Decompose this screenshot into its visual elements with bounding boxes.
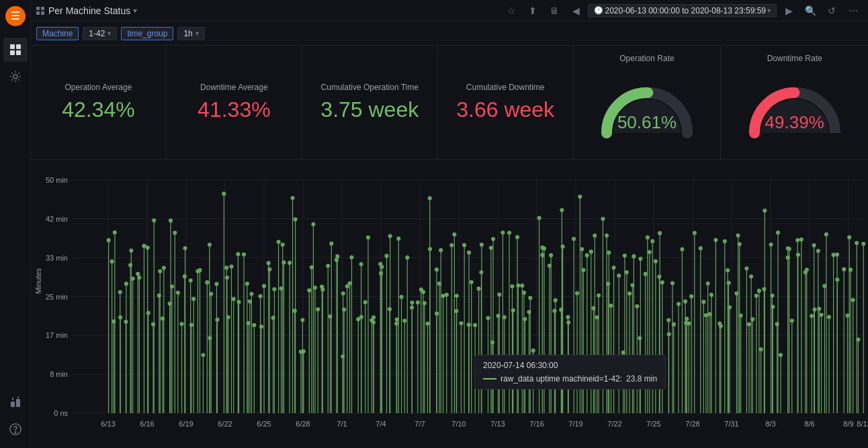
svg-point-429 bbox=[585, 254, 589, 257]
svg-point-279 bbox=[380, 265, 384, 269]
svg-point-611 bbox=[827, 315, 830, 318]
main-content: Per Machine Status ▾ ☆ ⬆ 🖥 ◀ 🕐 2020-06-1… bbox=[31, 0, 868, 448]
grid-icon bbox=[36, 7, 44, 15]
svg-point-607 bbox=[823, 284, 826, 287]
svg-point-603 bbox=[816, 249, 820, 253]
svg-point-99 bbox=[136, 272, 140, 275]
svg-text:6/19: 6/19 bbox=[179, 420, 193, 428]
page-title: Per Machine Status ▾ bbox=[48, 5, 137, 16]
svg-point-127 bbox=[176, 291, 179, 294]
range-filter[interactable]: 1-42 ▾ bbox=[83, 27, 117, 40]
svg-point-133 bbox=[183, 275, 186, 278]
svg-point-359 bbox=[490, 341, 494, 344]
svg-point-393 bbox=[537, 216, 541, 220]
svg-point-225 bbox=[310, 265, 313, 269]
svg-text:6/28: 6/28 bbox=[296, 420, 310, 428]
time-range-selector[interactable]: 🕐 2020-06-13 00:00:00 to 2020-08-13 23:5… bbox=[588, 4, 777, 17]
svg-text:8/9: 8/9 bbox=[843, 420, 853, 428]
svg-point-309 bbox=[423, 302, 426, 305]
interval-filter[interactable]: 1h ▾ bbox=[177, 27, 204, 40]
svg-point-143 bbox=[196, 269, 200, 273]
svg-point-179 bbox=[245, 282, 249, 285]
title-dropdown-icon[interactable]: ▾ bbox=[133, 6, 137, 15]
interval-filter-label: 1h bbox=[183, 29, 192, 38]
svg-point-211 bbox=[291, 196, 294, 199]
gauge-card-operation-rate: Operation Rate 50.61% bbox=[574, 46, 722, 159]
group-filter[interactable]: time_group bbox=[121, 27, 173, 40]
svg-point-313 bbox=[428, 197, 431, 200]
svg-point-529 bbox=[718, 322, 722, 325]
svg-point-385 bbox=[523, 317, 527, 320]
svg-rect-7 bbox=[11, 402, 15, 407]
svg-point-231 bbox=[316, 308, 320, 311]
svg-point-353 bbox=[480, 271, 483, 274]
sidebar-item-help[interactable] bbox=[3, 417, 28, 441]
svg-point-323 bbox=[439, 249, 443, 252]
zoom-out-button[interactable]: 🔍 bbox=[801, 1, 820, 20]
svg-point-515 bbox=[702, 300, 705, 304]
sidebar-item-plugin[interactable] bbox=[3, 390, 28, 414]
downtime-rate-gauge: 49.39% bbox=[741, 66, 849, 140]
nav-back-button[interactable]: ◀ bbox=[566, 1, 585, 20]
svg-point-239 bbox=[330, 242, 333, 245]
share-button[interactable]: ⬆ bbox=[523, 1, 542, 20]
svg-point-497 bbox=[677, 302, 680, 306]
svg-point-373 bbox=[511, 285, 514, 288]
star-button[interactable]: ☆ bbox=[502, 1, 521, 20]
svg-point-439 bbox=[597, 294, 601, 297]
svg-point-459 bbox=[625, 271, 628, 274]
svg-rect-3 bbox=[16, 44, 21, 49]
svg-point-475 bbox=[644, 272, 647, 275]
more-options-button[interactable]: ⋯ bbox=[844, 1, 863, 20]
sidebar-item-settings[interactable] bbox=[3, 64, 28, 89]
svg-point-197 bbox=[273, 287, 276, 291]
svg-point-499 bbox=[681, 248, 684, 251]
svg-text:7/13: 7/13 bbox=[490, 420, 505, 428]
svg-point-613 bbox=[832, 253, 835, 257]
svg-point-249 bbox=[341, 292, 345, 295]
sidebar-item-grid[interactable] bbox=[3, 38, 28, 62]
svg-point-453 bbox=[617, 274, 621, 277]
downtime-average-value: 41.33% bbox=[198, 97, 271, 122]
time-range-text: 2020-06-13 00:00:00 to 2020-08-13 23:59:… bbox=[605, 6, 766, 15]
refresh-button[interactable]: ↺ bbox=[822, 1, 841, 20]
svg-point-199 bbox=[271, 316, 275, 320]
sidebar: ☰ bbox=[0, 0, 31, 448]
operation-rate-value: 50.61% bbox=[617, 112, 677, 133]
chart-svg-wrapper[interactable]: 50 min 42 min 33 min 25 min 17 min 8 min… bbox=[31, 160, 868, 448]
svg-text:Minutes: Minutes bbox=[34, 268, 42, 294]
svg-point-597 bbox=[813, 308, 816, 311]
svg-point-229 bbox=[312, 222, 315, 226]
svg-text:17 min: 17 min bbox=[46, 331, 68, 339]
svg-point-537 bbox=[728, 306, 731, 309]
monitor-button[interactable]: 🖥 bbox=[545, 1, 564, 20]
svg-point-557 bbox=[759, 348, 763, 351]
nav-forward-button[interactable]: ▶ bbox=[779, 1, 798, 20]
svg-point-319 bbox=[435, 268, 438, 271]
svg-text:7/10: 7/10 bbox=[451, 420, 466, 428]
svg-point-329 bbox=[450, 244, 453, 247]
svg-point-605 bbox=[820, 313, 823, 316]
svg-point-447 bbox=[607, 251, 611, 255]
svg-point-95 bbox=[131, 277, 134, 280]
svg-point-265 bbox=[363, 300, 367, 304]
svg-point-575 bbox=[779, 353, 783, 357]
svg-point-417 bbox=[566, 316, 570, 319]
svg-point-391 bbox=[531, 349, 535, 352]
svg-point-485 bbox=[658, 232, 662, 235]
clock-icon: 🕐 bbox=[594, 6, 603, 15]
operation-rate-label: Operation Rate bbox=[619, 54, 674, 63]
svg-point-509 bbox=[690, 295, 693, 298]
svg-point-403 bbox=[550, 254, 553, 257]
svg-rect-17 bbox=[31, 160, 868, 448]
svg-text:8/6: 8/6 bbox=[804, 420, 814, 428]
svg-point-145 bbox=[202, 353, 205, 357]
svg-point-561 bbox=[763, 209, 767, 212]
svg-point-347 bbox=[474, 324, 477, 327]
svg-point-567 bbox=[771, 294, 774, 298]
app-logo[interactable]: ☰ bbox=[5, 5, 26, 27]
machine-filter[interactable]: Machine bbox=[36, 27, 79, 40]
svg-point-157 bbox=[215, 282, 218, 285]
downtime-rate-label: Downtime Rate bbox=[767, 54, 822, 63]
svg-point-531 bbox=[723, 240, 726, 243]
